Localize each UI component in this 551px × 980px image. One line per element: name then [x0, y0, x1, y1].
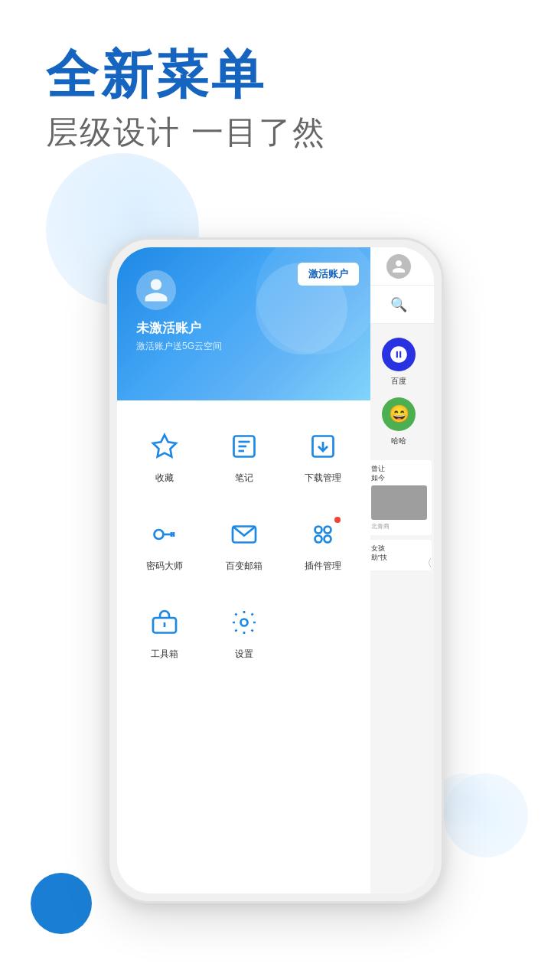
- menu-row-1: 收藏 笔记: [125, 416, 363, 496]
- browser-panel: 🔍 百度: [364, 247, 434, 893]
- notes-label: 笔记: [235, 472, 253, 485]
- menu-empty-slot: [283, 592, 363, 672]
- news-text-1: 曾让如今: [371, 465, 427, 482]
- menu-item-toolbox[interactable]: 工具箱: [125, 592, 204, 672]
- favorites-label: 收藏: [155, 472, 174, 485]
- haha-label: 哈哈: [382, 436, 416, 446]
- svg-point-14: [315, 536, 322, 543]
- menu-panel: 激活账户 未激活账户 激活账户送5G云空间: [117, 247, 370, 893]
- menu-item-settings[interactable]: 设置: [204, 592, 284, 672]
- menu-item-plugin[interactable]: 插件管理: [283, 504, 363, 584]
- plugin-label: 插件管理: [305, 560, 341, 573]
- phone-mockup: 🔍 百度: [107, 237, 444, 903]
- svg-point-15: [324, 536, 331, 543]
- password-label: 密码大师: [146, 560, 183, 573]
- user-avatar[interactable]: [136, 270, 176, 310]
- menu-item-notes[interactable]: 笔记: [204, 416, 284, 496]
- sidebar-item-baidu[interactable]: 百度: [382, 333, 416, 387]
- menu-grid: 收藏 笔记: [117, 400, 370, 695]
- sidebar-item-haha[interactable]: 😄 哈哈: [382, 393, 416, 446]
- plugin-badge: [334, 517, 341, 523]
- svg-marker-0: [153, 435, 176, 457]
- page-title-main: 全新菜单: [46, 46, 326, 103]
- user-desc: 激活账户送5G云空间: [136, 340, 351, 353]
- svg-point-18: [240, 619, 247, 626]
- news-text-2: 女孩助"扶: [371, 544, 427, 562]
- menu-row-2: 密码大师 百变邮箱: [125, 504, 363, 584]
- menu-item-password[interactable]: 密码大师: [125, 504, 204, 584]
- toolbox-label: 工具箱: [151, 648, 178, 661]
- svg-point-13: [324, 527, 331, 534]
- news-image-1: [371, 485, 427, 520]
- menu-header: 激活账户 未激活账户 激活账户送5G云空间: [117, 247, 370, 400]
- baidu-label: 百度: [382, 376, 416, 387]
- chevron-right-icon[interactable]: 〈: [422, 557, 432, 570]
- phone-screen: 🔍 百度: [117, 247, 434, 893]
- svg-point-12: [315, 527, 322, 534]
- settings-label: 设置: [235, 648, 253, 661]
- user-name: 未激活账户: [136, 319, 351, 337]
- page-title-sub: 层级设计 一目了然: [46, 111, 326, 154]
- svg-point-7: [154, 530, 163, 539]
- search-icon: 🔍: [390, 296, 407, 313]
- header-area: 全新菜单 层级设计 一目了然: [46, 46, 326, 154]
- sidebar-items: 百度 😄 哈哈: [364, 324, 434, 456]
- menu-item-favorites[interactable]: 收藏: [125, 416, 204, 496]
- news-source-1: 北青商: [371, 522, 427, 531]
- menu-item-download[interactable]: 下载管理: [283, 416, 363, 496]
- email-label: 百变邮箱: [226, 560, 262, 573]
- activate-button[interactable]: 激活账户: [298, 263, 359, 286]
- search-bar[interactable]: 🔍: [364, 286, 434, 324]
- phone-shell: 🔍 百度: [107, 237, 444, 903]
- news-card-1[interactable]: 曾让如今 北青商: [367, 460, 432, 535]
- bg-decoration-blue-dot: [31, 873, 92, 934]
- menu-item-email[interactable]: 百变邮箱: [204, 504, 284, 584]
- bg-decoration-circle-br2: [436, 773, 490, 827]
- download-label: 下载管理: [305, 472, 341, 485]
- menu-row-3: 工具箱 设置: [125, 592, 363, 672]
